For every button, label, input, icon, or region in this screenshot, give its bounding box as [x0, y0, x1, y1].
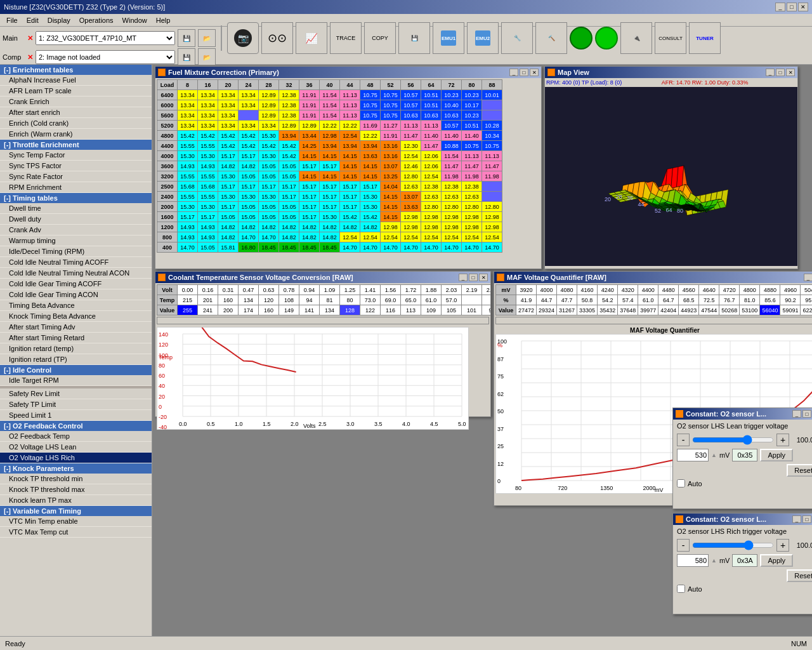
- save-btn[interactable]: 💾: [178, 29, 195, 47]
- o2-lean-apply-btn[interactable]: Apply: [760, 449, 793, 461]
- o2-rich-value[interactable]: [677, 554, 709, 567]
- coolant-close[interactable]: ✕: [479, 274, 488, 281]
- o2-rich-minus[interactable]: -: [677, 539, 690, 552]
- sidebar-item-timing-beta[interactable]: Timing Beta Advance: [0, 300, 152, 311]
- coolant-minimize[interactable]: _: [459, 274, 468, 281]
- o2-lean-slider[interactable]: [692, 435, 774, 445]
- sidebar-item-cold-idle-on[interactable]: Cold Idle Neutral Timing Neutral ACON: [0, 268, 152, 279]
- sidebar-item-knock-beta[interactable]: Knock Timing Beta Advance: [0, 311, 152, 322]
- o2-lean-reset-btn[interactable]: Reset: [787, 464, 812, 477]
- engine-btn[interactable]: 🔌: [620, 22, 652, 54]
- table-row[interactable]: 560013.3413.3413.34 12.8912.3811.9111.54…: [157, 110, 502, 121]
- maximize-btn[interactable]: □: [787, 3, 797, 11]
- main-select[interactable]: 1: Z32_VG30DETT_47P10_MT: [36, 31, 175, 45]
- sidebar-item-warm-crank[interactable]: Enrich (Warm crank): [0, 129, 152, 140]
- comp-save-btn[interactable]: 💾: [178, 48, 195, 66]
- copy-btn[interactable]: COPY: [364, 22, 396, 54]
- table-row[interactable]: % 41.944.747.750.854.257.461.064.768.572…: [496, 295, 813, 305]
- o2-rich-maximize[interactable]: □: [802, 515, 811, 523]
- coolant-title-bar[interactable]: Coolant Temperature Sensor Voltage Conve…: [155, 272, 490, 283]
- menu-operations[interactable]: Operations: [75, 16, 117, 25]
- sidebar-item-idle-rpm[interactable]: Idle Target RPM: [0, 375, 152, 386]
- tools-btn[interactable]: 🔨: [535, 22, 567, 54]
- sidebar-section-enrichment[interactable]: [-] Enrichment tables: [0, 65, 152, 75]
- sidebar-item-after-adv[interactable]: After start Timing Adv: [0, 322, 152, 333]
- table-row[interactable]: 600013.3413.3413.3413.3412.8912.3811.911…: [157, 100, 502, 110]
- sidebar-item-cold-gear-on[interactable]: Cold Idle Gear Timing ACON: [0, 289, 152, 300]
- o2-lean-minimize[interactable]: _: [792, 410, 801, 418]
- sidebar-section-throttle[interactable]: [-] Throttle Enrichment: [0, 140, 152, 150]
- sidebar-section-idle[interactable]: [-] Idle Control: [0, 365, 152, 375]
- sidebar-item-knock-learn[interactable]: Knock learn TP max: [0, 495, 152, 506]
- sidebar-item-speed-limit[interactable]: Speed Limit 1: [0, 410, 152, 421]
- sidebar-item-vtc-max[interactable]: VTC Max Temp cut: [0, 527, 152, 538]
- table-row[interactable]: 120014.9314.9314.8214.8214.8214.8214.821…: [157, 222, 502, 232]
- table-row[interactable]: Volt 0.000.160.310.470.630.780.941.091.2…: [157, 285, 491, 295]
- table-row[interactable]: 250015.6815.6815.1715.1715.1715.1715.171…: [157, 182, 502, 192]
- o2-lean-minus[interactable]: -: [677, 434, 690, 446]
- sidebar-section-timing[interactable]: [-] Timing tables: [0, 193, 152, 203]
- consult-btn[interactable]: CONSULT: [655, 22, 686, 54]
- fuel-close[interactable]: ✕: [530, 69, 539, 76]
- sidebar-item-cold-gear-off[interactable]: Cold Idle Gear Timing ACOFF: [0, 279, 152, 289]
- sidebar-item-rpm-enrich[interactable]: RPM Enrichment: [0, 182, 152, 193]
- fuel-maximize[interactable]: □: [520, 69, 528, 76]
- table-row[interactable]: 640013.3413.3413.3413.3412.8912.3811.911…: [157, 90, 502, 100]
- sidebar-item-safety-tp[interactable]: Safety TP Limit: [0, 399, 152, 410]
- emu2-btn[interactable]: EMU2: [467, 22, 499, 54]
- table-row[interactable]: 320015.5515.5515.3015.0515.0515.0514.151…: [157, 171, 502, 182]
- comp-open-btn[interactable]: 📂: [198, 48, 216, 66]
- emu1-btn[interactable]: EMU1: [433, 22, 464, 54]
- o2-lean-maximize[interactable]: □: [802, 410, 811, 418]
- sidebar-item-crank[interactable]: Crank Enrich: [0, 96, 152, 107]
- table-row[interactable]: Value 2747229324312673330535432376483997…: [496, 305, 813, 315]
- menu-display[interactable]: Display: [44, 16, 74, 25]
- menu-help[interactable]: Help: [152, 16, 174, 25]
- sidebar-item-sync-rate[interactable]: Sync Rate Factor: [0, 171, 152, 182]
- sidebar-item-alphaN[interactable]: AlphaN Increase Fuel: [0, 75, 152, 86]
- menu-file[interactable]: File: [3, 16, 22, 25]
- sidebar-item-after-ret[interactable]: After start Timing Retard: [0, 333, 152, 343]
- o2-rich-minimize[interactable]: _: [792, 515, 801, 523]
- table-row[interactable]: 360014.9314.9314.8214.8215.0515.0515.171…: [157, 161, 502, 171]
- table-row[interactable]: 440015.5515.5515.4215.4215.4215.4214.251…: [157, 141, 502, 151]
- sidebar-item-cold-idle-off[interactable]: Cold Idle Neutral Timing ACOFF: [0, 257, 152, 268]
- close-btn[interactable]: ✕: [798, 3, 808, 11]
- o2-rich-reset-btn[interactable]: Reset: [787, 569, 812, 582]
- o2-rich-apply-btn[interactable]: Apply: [760, 554, 793, 567]
- sidebar-item-knock-max[interactable]: Knock TP threshold max: [0, 484, 152, 495]
- table-row[interactable]: 40014.7015.0515.8116.8018.4518.4518.4518…: [157, 242, 502, 253]
- o2-rich-title-bar[interactable]: Constant: O2 sensor L... _ □ ✕: [673, 514, 812, 525]
- maf-title-bar[interactable]: MAF Voltage Quantifier [RAW] _ □ ✕: [494, 272, 812, 283]
- sidebar-item-afr[interactable]: AFR Learn TP scale: [0, 86, 152, 96]
- chart-btn[interactable]: 📈: [296, 22, 327, 54]
- o2-rich-hex[interactable]: [732, 554, 757, 567]
- sidebar-item-ign-tp[interactable]: Ignition retard (TP): [0, 354, 152, 365]
- sidebar-item-afterstart[interactable]: After start enrich: [0, 107, 152, 118]
- coolant-maximize[interactable]: □: [469, 274, 478, 281]
- sidebar-item-crank-adv[interactable]: Crank Adv: [0, 225, 152, 235]
- sidebar-section-knock[interactable]: [-] Knock Parameters: [0, 463, 152, 474]
- tuner-btn[interactable]: TUNER: [689, 22, 721, 54]
- sidebar-item-ign-temp[interactable]: Ignition retard (temp): [0, 343, 152, 354]
- map-title-bar[interactable]: Map View _ □ ✕: [545, 67, 797, 78]
- menu-edit[interactable]: Edit: [23, 16, 43, 25]
- sidebar-item-vtc-min[interactable]: VTC Min Temp enable: [0, 516, 152, 527]
- table-row[interactable]: 160015.1715.1715.0515.0515.0515.0515.171…: [157, 212, 502, 222]
- o2-lean-value[interactable]: [677, 449, 709, 461]
- maf-scrollbar[interactable]: [495, 317, 812, 324]
- fuel-minimize[interactable]: _: [509, 69, 518, 76]
- menu-window[interactable]: Window: [119, 16, 151, 25]
- o2-lean-hex[interactable]: [732, 449, 757, 461]
- fuel-title-bar[interactable]: Fuel Mixture Correction (Primary) _ □ ✕: [155, 67, 541, 78]
- maf-minimize[interactable]: _: [804, 274, 812, 281]
- o2-lean-plus[interactable]: +: [776, 434, 789, 446]
- sidebar-item-sync-tps[interactable]: Sync TPS Factor: [0, 161, 152, 171]
- sidebar-item-dwell-duty[interactable]: Dwell duty: [0, 214, 152, 225]
- coolant-scrollbar[interactable]: [157, 317, 489, 324]
- table-row[interactable]: 240015.5515.5515.3015.3015.3015.1715.171…: [157, 192, 502, 202]
- table-row[interactable]: 200015.3015.3015.1715.0515.0515.0515.171…: [157, 202, 502, 212]
- map-maximize[interactable]: □: [776, 69, 785, 76]
- o2-rich-auto-checkbox[interactable]: [677, 585, 685, 593]
- sidebar-item-idle-timing[interactable]: Idle/Decel Timing (RPM): [0, 246, 152, 257]
